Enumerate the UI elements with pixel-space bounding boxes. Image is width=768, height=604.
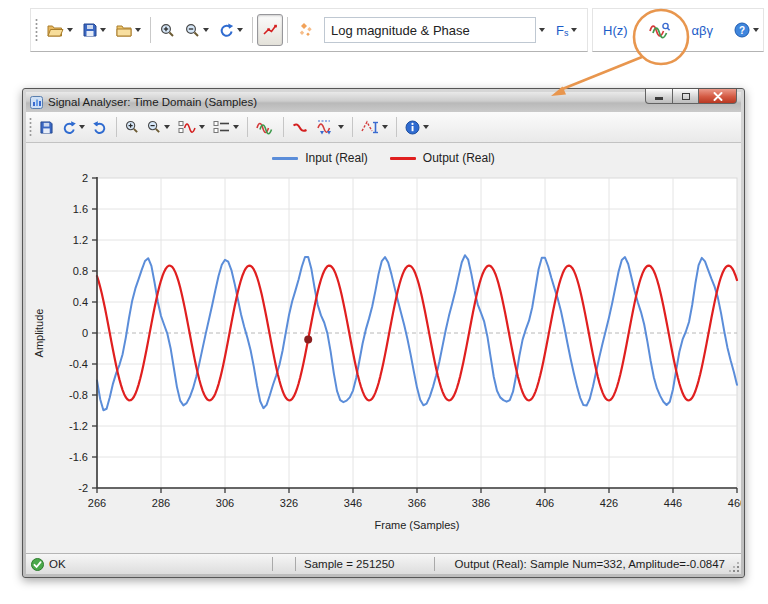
annotation-arrow-line <box>560 57 642 90</box>
maximize-icon <box>682 93 690 100</box>
close-button[interactable] <box>699 89 737 104</box>
sample-marker[interactable] <box>304 336 312 344</box>
signals-config-icon <box>178 120 196 135</box>
win-zoom-dropdown-caret <box>164 125 170 129</box>
zoom-dropdown-caret <box>203 28 209 32</box>
toolbar-separator <box>283 117 284 137</box>
y-tick-label: 0.8 <box>73 265 88 277</box>
signals-config-caret <box>199 125 205 129</box>
x-tick-label: 326 <box>280 497 298 509</box>
measure-button[interactable] <box>357 114 392 140</box>
x-tick-label: 406 <box>536 497 554 509</box>
maximize-button[interactable] <box>673 89 699 104</box>
win-zoom-out-button[interactable] <box>143 114 174 140</box>
sparkle-icon <box>297 22 315 38</box>
save-button[interactable] <box>78 14 111 46</box>
minimize-button[interactable] <box>645 89 673 104</box>
signals-config-button[interactable] <box>174 114 209 140</box>
x-tick-label: 426 <box>600 497 618 509</box>
zoom-in-button[interactable] <box>155 14 180 46</box>
status-separator <box>272 557 273 571</box>
y-tick-label: 1.2 <box>73 234 88 246</box>
open-button[interactable] <box>42 14 78 46</box>
info-button[interactable] <box>401 114 433 140</box>
zoom-out-icon <box>185 23 200 38</box>
status-ok-text: OK <box>49 558 66 570</box>
traces-config-icon <box>213 120 230 135</box>
win-zoom-in-button[interactable] <box>121 114 143 140</box>
y-tick-label: -1.2 <box>69 420 88 432</box>
signal-analyser-icon <box>649 22 671 39</box>
window-title: Signal Analyser: Time Domain (Samples) <box>48 96 257 108</box>
sparkle-button[interactable] <box>292 14 320 46</box>
zoom-in-icon <box>125 120 139 134</box>
hz-button[interactable]: H(z) <box>595 14 636 46</box>
toolbar-separator <box>252 17 253 43</box>
traces-config-caret <box>233 125 239 129</box>
toolbar-separator <box>396 117 397 137</box>
toolbar-separator <box>116 117 117 137</box>
y-tick-label: 2 <box>82 172 88 184</box>
app-toolbar-main: Log magnitude & Phase Fs <box>30 8 588 52</box>
chart-panel: 21.61.20.80.40-0.4-0.8-1.2-1.6-226628630… <box>26 143 741 553</box>
legend-swatch-input <box>272 157 298 160</box>
redo-icon <box>61 120 76 134</box>
y-tick-label: -1.6 <box>69 451 88 463</box>
y-tick-label: 1.6 <box>73 203 88 215</box>
y-tick-label: 0 <box>82 327 88 339</box>
curve-view-button[interactable] <box>288 114 312 140</box>
signal-analyser-window: Signal Analyser: Time Domain (Samples) <box>22 88 745 578</box>
traces-config-button[interactable] <box>209 114 243 140</box>
help-button[interactable]: ? <box>729 14 764 46</box>
measure-caret <box>382 125 388 129</box>
window-controls <box>645 89 737 104</box>
window-toolbar <box>26 112 741 143</box>
status-section: OK <box>26 558 272 571</box>
folder-icon <box>116 23 132 37</box>
view-select[interactable]: Log magnitude & Phase <box>324 17 536 43</box>
redo-button[interactable] <box>57 114 89 140</box>
toolbar-grip[interactable] <box>35 18 38 42</box>
plot-points-icon <box>262 23 278 37</box>
info-caret <box>423 125 429 129</box>
greek-button[interactable]: αβγ <box>684 14 722 46</box>
undo-button[interactable] <box>89 114 112 140</box>
y-tick-label: -0.8 <box>69 389 88 401</box>
save-icon <box>40 121 53 134</box>
folder-button[interactable] <box>111 14 146 46</box>
window-toolbar-grip[interactable] <box>29 117 32 137</box>
zoom-in-icon <box>160 23 175 38</box>
window-icon <box>30 96 43 109</box>
window-titlebar[interactable]: Signal Analyser: Time Domain (Samples) <box>26 92 741 112</box>
status-sample-text: Sample = 251250 <box>296 558 434 570</box>
fs-button[interactable]: Fs <box>551 14 582 46</box>
view-select-caret[interactable] <box>539 28 545 32</box>
chart-canvas[interactable]: 21.61.20.80.40-0.4-0.8-1.2-1.6-226628630… <box>26 143 741 553</box>
save-dropdown-caret <box>100 28 106 32</box>
wave-markers-button[interactable] <box>312 114 348 140</box>
win-save-button[interactable] <box>36 114 57 140</box>
fs-sub-label: s <box>564 28 569 38</box>
refresh-button[interactable] <box>214 14 248 46</box>
refresh-icon <box>219 23 234 38</box>
plot-points-toggle-button[interactable] <box>257 14 283 46</box>
x-tick-label: 386 <box>472 497 490 509</box>
x-tick-label: 306 <box>216 497 234 509</box>
zoom-out-button[interactable] <box>180 14 214 46</box>
svg-text:?: ? <box>739 25 745 36</box>
help-dropdown-caret <box>753 28 759 32</box>
legend-label-input: Input (Real) <box>305 151 368 165</box>
signal-analyser-button[interactable] <box>644 14 676 46</box>
resize-grip[interactable] <box>728 561 740 573</box>
legend-label-output: Output (Real) <box>423 151 495 165</box>
wave-view-button[interactable] <box>252 114 279 140</box>
wave-markers-icon <box>316 119 335 135</box>
y-tick-label: -0.4 <box>69 358 88 370</box>
save-icon <box>83 23 97 37</box>
curve-icon <box>292 121 308 134</box>
refresh-dropdown-caret <box>237 28 243 32</box>
greek-label: αβγ <box>689 23 717 38</box>
status-readout-text: Output (Real): Sample Num=332, Amplitude… <box>435 558 741 570</box>
wave-markers-caret <box>338 125 344 129</box>
fs-label: F <box>556 23 564 38</box>
